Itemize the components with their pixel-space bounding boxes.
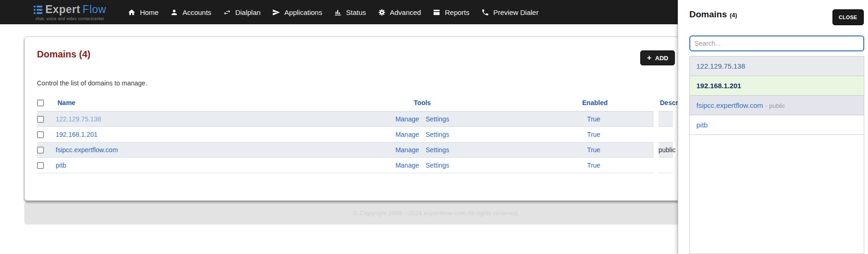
- domain-name-link[interactable]: fsipcc.expertflow.com: [56, 146, 118, 154]
- panel-domain-list: 122.129.75.138 192.168.1.201 fsipcc.expe…: [689, 56, 864, 254]
- brand-name-primary: Expert: [45, 3, 80, 16]
- panel-title: Domains: [689, 9, 727, 20]
- nav-item-label: Advanced: [390, 8, 421, 16]
- settings-link[interactable]: Settings: [426, 146, 449, 154]
- row-checkbox[interactable]: [37, 116, 44, 123]
- row-checkbox[interactable]: [37, 131, 44, 138]
- list-item-label: 122.129.75.138: [696, 62, 745, 70]
- add-domain-button[interactable]: + ADD: [640, 50, 675, 65]
- domain-name-link[interactable]: 192.168.1.201: [56, 131, 98, 138]
- select-all-checkbox[interactable]: [37, 99, 44, 106]
- page-subtitle: Control the list of domains to manage.: [37, 79, 672, 87]
- close-panel-button[interactable]: CLOSE: [832, 9, 864, 25]
- nav-item-label: Preview Dialer: [493, 8, 539, 16]
- description-value: [656, 111, 673, 127]
- nav-item-applications[interactable]: Applications: [272, 8, 322, 16]
- domain-name-link[interactable]: 122.129.75.138: [56, 115, 101, 123]
- home-icon: [128, 8, 136, 16]
- domain-name-link[interactable]: pitb: [56, 162, 66, 169]
- nav-item-preview-dialer[interactable]: Preview Dialer: [481, 8, 539, 16]
- column-header-name[interactable]: Name: [56, 94, 311, 111]
- nav-item-reports[interactable]: Reports: [433, 8, 470, 16]
- domains-table: Name Tools Enabled Description 122.129.7…: [37, 94, 673, 173]
- list-item[interactable]: 122.129.75.138: [690, 56, 864, 76]
- gear-icon: [378, 8, 386, 16]
- nav-item-home[interactable]: Home: [128, 8, 159, 16]
- nav-item-label: Reports: [445, 8, 470, 16]
- enabled-value: True: [587, 115, 600, 123]
- swap-arrows-icon: [223, 8, 231, 16]
- description-value: [656, 127, 673, 142]
- search-input[interactable]: [689, 35, 864, 51]
- table-row: fsipcc.expertflow.com ManageSettings Tru…: [37, 142, 673, 157]
- row-checkbox[interactable]: [37, 147, 44, 154]
- enabled-value: True: [587, 162, 600, 169]
- column-header-enabled[interactable]: Enabled: [534, 94, 656, 111]
- row-checkbox[interactable]: [37, 162, 44, 169]
- main-menu: Home Accounts Dialplan Applications Stat…: [128, 8, 538, 16]
- bar-chart-icon: [334, 8, 342, 16]
- manage-link[interactable]: Manage: [395, 115, 419, 123]
- list-item-selected[interactable]: 192.168.1.201: [690, 76, 864, 96]
- description-value: [656, 157, 673, 173]
- nav-item-label: Status: [346, 8, 366, 16]
- manage-link[interactable]: Manage: [395, 162, 419, 169]
- book-icon: [433, 8, 441, 16]
- nav-item-label: Dialplan: [235, 8, 260, 16]
- panel-count-badge: (4): [730, 12, 737, 19]
- table-row: pitb ManageSettings True: [37, 157, 673, 173]
- nav-item-status[interactable]: Status: [334, 8, 366, 16]
- list-item-label: fsipcc.expertflow.com: [696, 101, 763, 109]
- list-item-label: pitb: [696, 121, 708, 129]
- domains-card: Domains (4) + ADD Control the list of do…: [24, 36, 685, 201]
- table-header-row: Name Tools Enabled Description: [37, 94, 673, 111]
- brand-name-secondary: Flow: [83, 3, 107, 16]
- nav-item-accounts[interactable]: Accounts: [170, 8, 211, 16]
- enabled-value: True: [587, 131, 600, 138]
- paper-plane-icon: [272, 8, 280, 16]
- add-button-label: ADD: [655, 55, 668, 62]
- nav-item-dialplan[interactable]: Dialplan: [223, 8, 260, 16]
- page-title: Domains (4): [37, 49, 672, 60]
- list-item-suffix: - public: [766, 102, 785, 109]
- nav-item-advanced[interactable]: Advanced: [378, 8, 421, 16]
- column-header-tools[interactable]: Tools: [311, 94, 534, 111]
- domains-side-panel: Domains (4) CLOSE 122.129.75.138 192.168…: [678, 0, 868, 254]
- settings-link[interactable]: Settings: [426, 115, 449, 123]
- list-item[interactable]: pitb: [690, 115, 864, 135]
- description-value: public: [656, 142, 673, 157]
- list-item-label: 192.168.1.201: [696, 82, 741, 90]
- brand-tagline: chat, voice and video contactcenter: [36, 16, 104, 21]
- table-row: 122.129.75.138 ManageSettings True: [37, 111, 673, 127]
- list-item[interactable]: fsipcc.expertflow.com- public: [690, 96, 864, 115]
- nav-item-label: Accounts: [182, 8, 211, 16]
- nav-item-label: Home: [140, 8, 159, 16]
- phone-icon: [481, 8, 489, 16]
- table-row: 192.168.1.201 ManageSettings True: [37, 127, 673, 142]
- manage-link[interactable]: Manage: [395, 131, 419, 138]
- nav-item-label: Applications: [284, 8, 322, 16]
- settings-link[interactable]: Settings: [426, 162, 449, 169]
- enabled-value: True: [587, 146, 600, 154]
- brand-logo[interactable]: ExpertFlow chat, voice and video contact…: [34, 3, 106, 21]
- person-icon: [170, 8, 178, 16]
- brand-logo-icon: [34, 5, 43, 14]
- copyright-text: © Copyright 2008 - 2024 expertflow.com A…: [353, 210, 520, 217]
- column-header-description[interactable]: Description: [656, 94, 673, 111]
- settings-link[interactable]: Settings: [426, 131, 449, 138]
- manage-link[interactable]: Manage: [395, 146, 419, 154]
- panel-header: Domains (4) CLOSE: [689, 9, 864, 25]
- plus-icon: +: [647, 54, 651, 62]
